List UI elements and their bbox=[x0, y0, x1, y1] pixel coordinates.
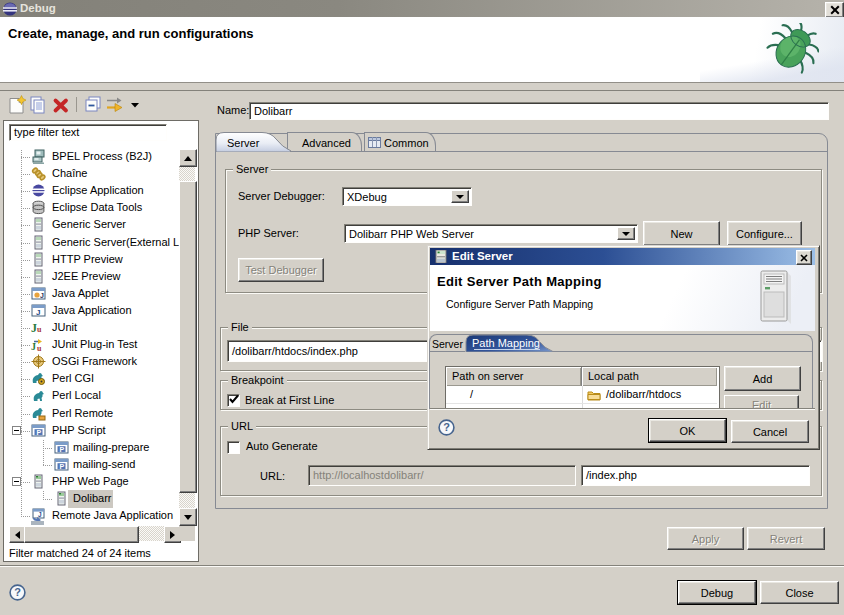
svg-text:P: P bbox=[37, 429, 42, 436]
svg-text:?: ? bbox=[443, 421, 450, 433]
svg-text:J: J bbox=[40, 292, 44, 299]
svg-text:?: ? bbox=[14, 586, 21, 598]
svg-text:P: P bbox=[60, 446, 65, 453]
svg-text:u: u bbox=[37, 344, 42, 352]
svg-text:J: J bbox=[31, 341, 36, 352]
svg-text:u: u bbox=[37, 325, 42, 334]
svg-text:J: J bbox=[38, 511, 42, 518]
svg-text:J: J bbox=[36, 308, 40, 317]
svg-text:P: P bbox=[60, 463, 65, 470]
